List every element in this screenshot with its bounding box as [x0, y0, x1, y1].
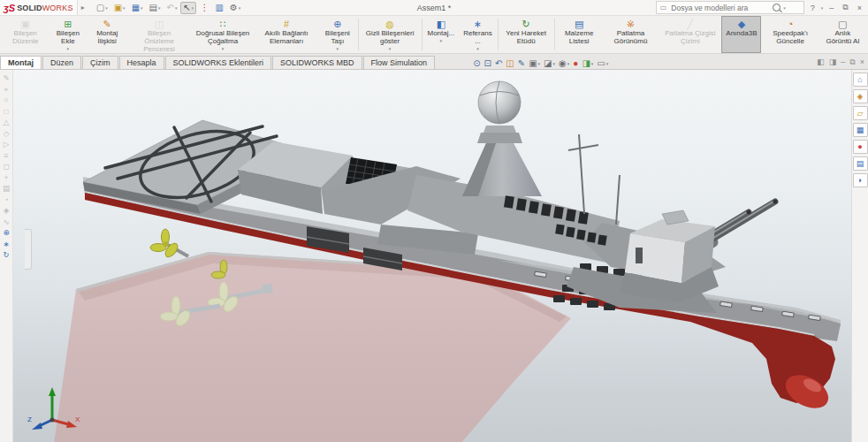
new-motion-study-button[interactable]: ↻ Yeni Hareket Etüdü [499, 16, 552, 53]
minimize-document-icon[interactable]: – [841, 57, 845, 67]
chevron-down-icon: ▾ [141, 5, 143, 11]
view-settings-icon[interactable]: ▭ ▾ [597, 59, 608, 68]
ribbon-button-label: Yeni Hareket Etüdü [503, 30, 548, 46]
ribbon-button-label: Doğrusal Bileşen Çoğaltma [195, 30, 250, 46]
insert-component-button[interactable]: ⊞ Bileşen Ekle ▾ [49, 16, 87, 53]
left-tool-icon[interactable]: △ [4, 118, 10, 126]
display-states-icon[interactable]: ⋮ [197, 2, 211, 14]
restore-document-icon[interactable]: ⧉ [849, 57, 855, 67]
panels-icon[interactable]: ▥ [212, 2, 225, 14]
help-button[interactable]: ? [808, 4, 818, 12]
save-icon[interactable]: ▦ ▾ [129, 2, 146, 14]
select-cursor-icon[interactable]: ↖ ▾ [180, 2, 196, 14]
chevron-down-icon: ▾ [239, 5, 241, 11]
left-tool-icon[interactable]: ◈ [4, 207, 10, 215]
reference-geometry-button[interactable]: ∗ Referans ... ▾ [459, 16, 496, 53]
appearances-scenes-icon[interactable]: ● [853, 140, 868, 154]
tab-solidworks-eklentileri[interactable]: SOLIDWORKS Eklentileri [165, 56, 272, 69]
menu-flyout-icon[interactable]: ▸ [81, 4, 85, 11]
ribbon-group-divider [498, 19, 499, 50]
solidworks-forum-icon[interactable]: ◗ [853, 173, 868, 187]
left-tool-icon[interactable]: ≡ [4, 152, 9, 160]
pane-split-left-icon[interactable]: ◧ [817, 57, 825, 67]
file-explorer-icon[interactable]: ▱ [853, 106, 868, 120]
tab-solidworks-mbd[interactable]: SOLIDWORKS MBD [272, 56, 362, 69]
ribbon-button-label: Anlık Görüntü Al [824, 30, 862, 46]
left-tool-icon[interactable]: ✎ [3, 74, 9, 82]
left-tool-icon[interactable]: ⊕ [3, 229, 9, 237]
graphics-viewport[interactable]: X Z [13, 70, 851, 442]
update-speedpak-button[interactable]: ◔ Speedpak'ı Güncelle [761, 16, 819, 53]
instant3d-button[interactable]: ◆ Anında3B [721, 16, 761, 53]
left-tool-icon[interactable]: ◻ [3, 163, 9, 171]
left-tool-icon[interactable]: ∿ [3, 218, 9, 226]
bill-of-materials-button[interactable]: ▤ Malzeme Listesi [556, 16, 603, 53]
ribbon-button-label: Akıllı Bağlantı Elemanları [259, 30, 314, 46]
title-bar: ʒS SOLID WORKS ▸ ▢ ▾ ▣ ▾ ▦ ▾ ▤ ▾ ↶ ▾ ↖ ▾… [0, 0, 868, 16]
left-tool-icon[interactable]: ▷ [4, 141, 10, 149]
chevron-down-icon[interactable]: ▾ [821, 5, 824, 11]
undo-icon[interactable]: ↶ ▾ [164, 2, 180, 14]
solidworks-resources-icon[interactable]: ⌂ [853, 72, 868, 87]
left-tool-icon[interactable]: ▤ [3, 185, 10, 193]
left-tool-icon[interactable]: + [4, 174, 9, 182]
take-snapshot-button[interactable]: ▢ Anlık Görüntü Al [819, 16, 866, 53]
search-input[interactable] [669, 3, 770, 13]
mate-button[interactable]: ✎ Montaj İlişkisi [87, 16, 127, 53]
left-tool-icon[interactable]: □ [4, 108, 8, 116]
left-tool-icon[interactable]: ⌖ [4, 86, 9, 94]
left-tool-icon[interactable]: ◔ [4, 196, 8, 204]
tab-label: Hesapla [127, 58, 156, 67]
tab-hesapla[interactable]: Hesapla [119, 56, 164, 69]
left-tool-icon[interactable]: ∗ [3, 240, 9, 248]
design-library-icon[interactable]: ◈ [853, 89, 868, 103]
left-tool-icon[interactable]: ↻ [3, 251, 9, 259]
search-box[interactable]: ▭ ▾ [656, 1, 804, 14]
chevron-down-icon[interactable]: ▾ [783, 5, 786, 11]
close-button[interactable]: × [855, 4, 864, 12]
feature-tree-collapsed-handle[interactable] [25, 229, 32, 270]
previous-view-icon[interactable]: ↶ [495, 59, 502, 68]
zoom-to-area-icon[interactable]: ⊡ [484, 59, 491, 68]
tab-flow-simulation[interactable]: Flow Simulation [363, 56, 436, 69]
edit-appearance-icon[interactable]: ● [573, 59, 578, 68]
assembly-features-button[interactable]: ◧ Montaj... ▾ [423, 16, 459, 53]
main-area: ✎ ⌖ ○ □ △ ◇ ▷ ≡ ◻ + ▤ ◔ ◈ ∿ ⊕ ∗ ↻ [0, 70, 868, 442]
tab-cizim[interactable]: Çizim [82, 56, 118, 69]
pane-split-right-icon[interactable]: ◨ [829, 57, 837, 67]
view-palette-icon[interactable]: ▦ [853, 123, 868, 137]
section-view-icon[interactable]: ◫ [506, 59, 514, 68]
view-orientation-icon[interactable]: ▣ ▾ [529, 59, 540, 68]
smart-fasteners-button[interactable]: # Akıllı Bağlantı Elemanları [255, 16, 318, 53]
options-gear-icon[interactable]: ⚙ ▾ [227, 2, 243, 14]
minimize-button[interactable]: – [826, 4, 836, 12]
display-style-icon[interactable]: ◪ ▾ [544, 59, 555, 68]
linear-component-pattern-button[interactable]: ∷ Doğrusal Bileşen Çoğaltma ▾ [191, 16, 255, 53]
new-document-icon[interactable]: ▢ ▾ [94, 2, 110, 14]
close-document-icon[interactable]: × [860, 57, 864, 67]
edit-component-button[interactable]: ▣ Bileşen Düzenle [2, 16, 49, 53]
apply-scene-icon[interactable]: ◨ ▾ [582, 59, 593, 68]
left-tool-icon[interactable]: ○ [4, 96, 8, 104]
zoom-to-fit-icon[interactable]: ⊙ [473, 59, 480, 68]
hide-show-items-icon[interactable]: ◉ ▾ [559, 59, 569, 68]
ship-3d-model[interactable] [13, 70, 851, 442]
tab-duzen[interactable]: Düzen [42, 56, 81, 69]
exploded-view-button[interactable]: ※ Patlatma Görünümü [603, 16, 659, 53]
ribbon-button-icon: ∗ [474, 19, 482, 29]
print-icon[interactable]: ▤ ▾ [147, 2, 164, 14]
show-hidden-components-button[interactable]: ◍ Gizli Bileşenleri göster ▾ [359, 16, 420, 53]
component-preview-window-button[interactable]: ◫ Bileşen Önizleme Penceresi [127, 16, 191, 53]
chevron-down-icon: ▾ [553, 61, 556, 66]
ribbon-button-icon: ◫ [155, 19, 164, 29]
left-tool-icon[interactable]: ◇ [4, 130, 10, 138]
tab-montaj[interactable]: Montaj [0, 56, 42, 69]
restore-button[interactable]: ⧉ [840, 3, 850, 12]
ribbon-button-icon: ◍ [385, 19, 394, 29]
explode-line-sketch-button[interactable]: ╱ Patlatma Çizgisi Çizimi [659, 16, 721, 53]
move-component-button[interactable]: ⊕ Bileşeni Taşı ▾ [318, 16, 357, 53]
custom-properties-icon[interactable]: ▤ [853, 156, 868, 171]
open-icon[interactable]: ▣ ▾ [111, 2, 128, 14]
search-icon[interactable] [773, 4, 780, 11]
annotation-views-icon[interactable]: ✎ [518, 59, 525, 68]
